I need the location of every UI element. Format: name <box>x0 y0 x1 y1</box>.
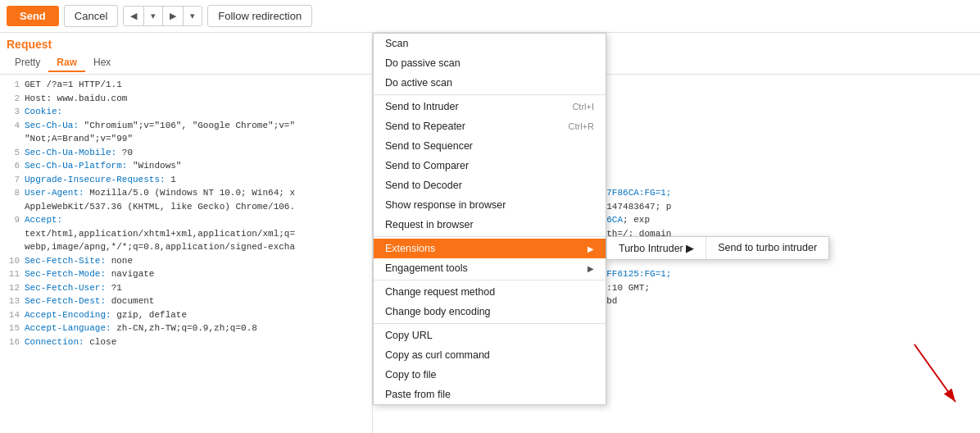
menu-item-copy-url[interactable]: Copy URL <box>374 326 606 345</box>
toolbar: Send Cancel ◀ ▾ ▶ ▾ Follow redirection <box>0 0 980 33</box>
arrow-icon: ▶ <box>588 244 594 253</box>
code-line: 13Sec-Fetch-Dest: document <box>7 294 365 308</box>
menu-item-request-in-browser[interactable]: Request in browser <box>374 215 606 235</box>
code-line: 8AppleWebKit/537.36 (KHTML, like Gecko) … <box>7 200 365 214</box>
menu-item-change-body-encoding[interactable]: Change body encoding <box>374 302 606 321</box>
code-line: 4"Not;A=Brand";v="99" <box>7 132 365 146</box>
code-line: 10Sec-Fetch-Site: none <box>7 254 365 268</box>
menu-item-engagement-tools[interactable]: Engagement tools ▶ <box>374 258 606 278</box>
menu-item-extensions[interactable]: Extensions ▶ <box>374 239 606 258</box>
tab-pretty[interactable]: Pretty <box>7 54 48 72</box>
context-menu: Scan Do passive scan Do active scan Send… <box>373 33 606 405</box>
nav-fwd-button[interactable]: ▶ <box>163 7 184 25</box>
menu-item-do-active-scan[interactable]: Do active scan <box>374 73 606 93</box>
menu-item-show-response-browser[interactable]: Show response in browser <box>374 195 606 215</box>
code-line: 9Accept: <box>7 213 365 227</box>
menu-item-scan[interactable]: Scan <box>374 34 606 53</box>
menu-item-copy-to-file[interactable]: Copy to file <box>374 365 606 385</box>
main-area: Request Pretty Raw Hex 1GET /?a=1 HTTP/1… <box>0 33 980 433</box>
nav-buttons: ◀ ▾ ▶ ▾ <box>123 6 202 26</box>
tab-hex[interactable]: Hex <box>85 54 119 72</box>
menu-item-send-intruder[interactable]: Send to Intruder Ctrl+I <box>374 97 606 116</box>
menu-item-send-sequencer[interactable]: Send to Sequencer <box>374 136 606 156</box>
code-line: 9text/html,application/xhtml+xml,applica… <box>7 227 365 241</box>
menu-item-send-repeater[interactable]: Send to Repeater Ctrl+R <box>374 116 606 136</box>
code-line: 6Sec-Ch-Ua-Platform: "Windows" <box>7 159 365 173</box>
menu-item-do-passive-scan[interactable]: Do passive scan <box>374 53 606 73</box>
code-line: 12Sec-Fetch-User: ?1 <box>7 281 365 295</box>
code-line: 2Host: www.baidu.com <box>7 92 365 106</box>
code-line: 5Sec-Ch-Ua-Mobile: ?0 <box>7 146 365 160</box>
menu-item-send-comparer[interactable]: Send to Comparer <box>374 156 606 175</box>
code-line: 3Cookie: <box>7 105 365 119</box>
request-code-area[interactable]: 1GET /?a=1 HTTP/1.1 2Host: www.baidu.com… <box>0 75 372 433</box>
code-line: 4Sec-Ch-Ua: "Chromium";v="106", "Google … <box>7 119 365 133</box>
code-line: 9webp,image/apng,*/*;q=0.8,application/s… <box>7 240 365 254</box>
menu-separator-2 <box>374 236 606 237</box>
menu-separator-4 <box>374 323 606 324</box>
code-line: 8User-Agent: Mozilla/5.0 (Windows NT 10.… <box>7 186 365 200</box>
cancel-button[interactable]: Cancel <box>64 5 118 27</box>
request-panel-title: Request <box>0 33 372 52</box>
request-tab-bar: Pretty Raw Hex <box>0 52 372 75</box>
arrow-icon-2: ▶ <box>588 264 594 273</box>
code-line: 11Sec-Fetch-Mode: navigate <box>7 267 365 281</box>
menu-separator <box>374 94 606 95</box>
submenu-item-turbo-intruder[interactable]: Turbo Intruder ▶ <box>607 237 706 259</box>
menu-item-copy-curl[interactable]: Copy as curl command <box>374 345 606 365</box>
request-panel: Request Pretty Raw Hex 1GET /?a=1 HTTP/1… <box>0 33 373 433</box>
code-line: 16Connection: close <box>7 335 365 349</box>
code-line: 14Accept-Encoding: gzip, deflate <box>7 308 365 322</box>
nav-fwd-down-button[interactable]: ▾ <box>184 7 202 25</box>
code-line: 7Upgrade-Insecure-Requests: 1 <box>7 173 365 187</box>
nav-back-button[interactable]: ◀ <box>124 7 144 25</box>
extensions-submenu: Turbo Intruder ▶ Send to turbo intruder <box>606 236 829 260</box>
code-line: 15Accept-Language: zh-CN,zh-TW;q=0.9,zh;… <box>7 321 365 335</box>
menu-item-send-decoder[interactable]: Send to Decoder <box>374 175 606 195</box>
send-button[interactable]: Send <box>7 6 59 26</box>
menu-item-change-request-method[interactable]: Change request method <box>374 282 606 302</box>
menu-item-paste-from-file[interactable]: Paste from file <box>374 385 606 404</box>
submenu-item-send-turbo[interactable]: Send to turbo intruder <box>706 237 828 259</box>
follow-redirection-button[interactable]: Follow redirection <box>207 5 312 27</box>
tab-raw[interactable]: Raw <box>48 54 85 72</box>
menu-separator-3 <box>374 280 606 280</box>
nav-back-down-button[interactable]: ▾ <box>144 7 163 25</box>
code-line: 1GET /?a=1 HTTP/1.1 <box>7 78 365 92</box>
